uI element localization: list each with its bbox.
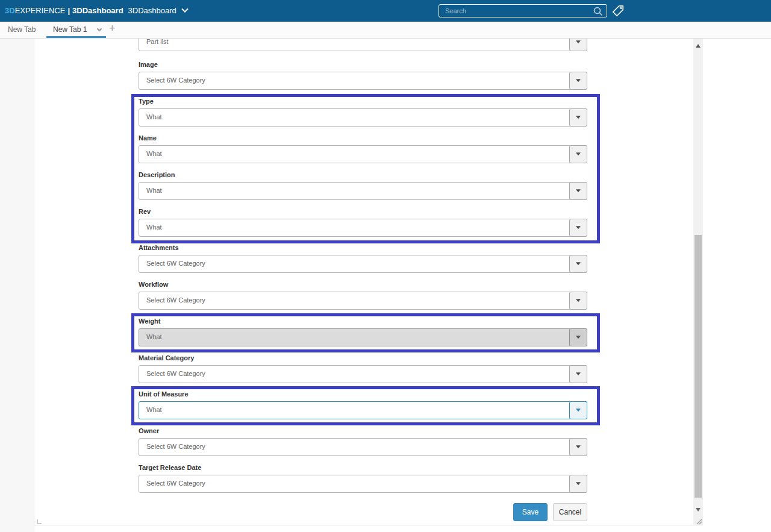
dropdown-arrow-button-target-release-date[interactable] bbox=[569, 475, 587, 493]
dropdown-arrow-button-description[interactable] bbox=[569, 182, 587, 200]
dropdown-target-release-date[interactable]: Select 6W Category bbox=[139, 475, 587, 493]
tab-new-tab[interactable]: New Tab bbox=[8, 22, 36, 38]
left-rail bbox=[0, 39, 34, 532]
field-label-owner: Owner bbox=[139, 427, 587, 435]
caret-down-icon bbox=[576, 40, 581, 46]
vertical-scrollbar[interactable] bbox=[693, 39, 703, 525]
brand-divider: | bbox=[65, 6, 72, 15]
caret-down-icon bbox=[576, 408, 581, 414]
active-tab-underline bbox=[46, 36, 106, 38]
field-label-rev: Rev bbox=[139, 208, 587, 216]
dropdown-image[interactable]: Select 6W Category bbox=[139, 72, 587, 90]
tag-icon[interactable] bbox=[611, 4, 625, 17]
save-button[interactable]: Save bbox=[513, 503, 548, 521]
dropdown-owner[interactable]: Select 6W Category bbox=[139, 438, 587, 456]
field-label-image: Image bbox=[139, 61, 587, 69]
caret-down-icon bbox=[576, 116, 581, 121]
caret-down-icon bbox=[576, 152, 581, 158]
dropdown-material-category[interactable]: Select 6W Category bbox=[139, 365, 587, 383]
tab-label: New Tab 1 bbox=[53, 22, 87, 38]
dropdown-weight[interactable]: What bbox=[139, 328, 587, 346]
field-label-attachments: Attachments bbox=[139, 244, 587, 252]
scroll-down-arrow-icon[interactable] bbox=[696, 508, 701, 514]
dropdown-part-list[interactable]: Part list bbox=[139, 39, 587, 51]
resize-grip-icon[interactable] bbox=[696, 518, 702, 525]
dropdown-value-weight: What bbox=[146, 329, 162, 345]
dropdown-type[interactable]: What bbox=[139, 108, 587, 127]
dropdown-arrow-button-image[interactable] bbox=[569, 72, 587, 90]
top-bar: 3DEXPERIENCE|3DDashboard3DDashboard bbox=[0, 0, 771, 22]
tab-bar: New Tab New Tab 1 + bbox=[0, 22, 771, 39]
search-icon[interactable] bbox=[593, 6, 604, 17]
dropdown-attachments[interactable]: Select 6W Category bbox=[139, 255, 587, 273]
field-label-name: Name bbox=[139, 134, 587, 142]
dropdown-arrow-button-material-category[interactable] bbox=[569, 365, 587, 383]
chevron-down-icon[interactable] bbox=[181, 6, 188, 13]
dropdown-arrow-button-workflow[interactable] bbox=[569, 292, 587, 310]
scroll-up-arrow-icon[interactable] bbox=[696, 42, 701, 48]
dropdown-value-name: What bbox=[146, 146, 162, 162]
caret-down-icon bbox=[576, 189, 581, 195]
dropdown-workflow[interactable]: Select 6W Category bbox=[139, 292, 587, 310]
dropdown-value-owner: Select 6W Category bbox=[146, 439, 205, 455]
dropdown-value-workflow: Select 6W Category bbox=[146, 292, 205, 308]
dropdown-value-description: What bbox=[146, 183, 162, 199]
dropdown-value-part-list: Part list bbox=[146, 39, 169, 50]
app-name: 3DDashboard bbox=[72, 6, 123, 15]
dropdown-value-rev: What bbox=[146, 219, 162, 236]
caret-down-icon bbox=[576, 299, 581, 304]
dropdown-description[interactable]: What bbox=[139, 182, 587, 200]
dropdown-value-target-release-date: Select 6W Category bbox=[146, 475, 205, 492]
field-label-unit-of-measure: Unit of Measure bbox=[139, 390, 587, 398]
dropdown-arrow-button-rev[interactable] bbox=[569, 219, 587, 237]
dropdown-arrow-button-name[interactable] bbox=[569, 145, 587, 163]
brand-3d: 3D bbox=[5, 6, 15, 15]
caret-down-icon bbox=[576, 445, 581, 451]
dropdown-arrow-button-type[interactable] bbox=[569, 108, 587, 127]
caret-down-icon bbox=[576, 372, 581, 378]
dropdown-value-attachments: Select 6W Category bbox=[146, 255, 205, 272]
dashboard-name[interactable]: 3DDashboard bbox=[128, 6, 176, 15]
field-label-type: Type bbox=[139, 98, 587, 105]
dropdown-arrow-button-part-list[interactable] bbox=[569, 39, 587, 51]
dropdown-name[interactable]: What bbox=[139, 145, 587, 163]
dropdown-rev[interactable]: What bbox=[139, 219, 587, 237]
field-label-material-category: Material Category bbox=[139, 354, 587, 362]
caret-down-icon bbox=[576, 336, 581, 341]
add-tab-button[interactable]: + bbox=[109, 22, 116, 35]
dropdown-arrow-button-unit-of-measure[interactable] bbox=[569, 401, 587, 419]
tab-new-tab-1[interactable]: New Tab 1 bbox=[46, 22, 106, 38]
field-label-workflow: Workflow bbox=[139, 281, 587, 289]
brand: 3DEXPERIENCE|3DDashboard3DDashboard bbox=[5, 6, 187, 15]
field-label-description: Description bbox=[139, 171, 587, 179]
dropdown-arrow-button-attachments[interactable] bbox=[569, 255, 587, 273]
dropdown-arrow-button-weight[interactable] bbox=[569, 328, 587, 346]
caret-down-icon bbox=[576, 482, 581, 487]
resize-grip-bottom-left[interactable] bbox=[37, 519, 42, 524]
dropdown-arrow-button-owner[interactable] bbox=[569, 438, 587, 456]
dropdown-value-unit-of-measure: What bbox=[146, 402, 162, 418]
caret-down-icon bbox=[576, 79, 581, 84]
field-label-weight: Weight bbox=[139, 318, 587, 325]
caret-down-icon bbox=[576, 226, 581, 231]
scrollbar-thumb[interactable] bbox=[695, 235, 702, 498]
widget-panel: Part listImageSelect 6W CategoryTypeWhat… bbox=[34, 39, 703, 525]
dropdown-unit-of-measure[interactable]: What bbox=[139, 401, 587, 419]
search-box bbox=[439, 4, 607, 17]
search-input[interactable] bbox=[439, 5, 607, 17]
brand-experience: EXPERIENCE bbox=[15, 6, 66, 15]
field-label-target-release-date: Target Release Date bbox=[139, 464, 587, 472]
dropdown-value-material-category: Select 6W Category bbox=[146, 366, 205, 382]
dropdown-value-type: What bbox=[146, 109, 162, 125]
dropdown-value-image: Select 6W Category bbox=[146, 72, 205, 89]
cancel-button[interactable]: Cancel bbox=[553, 503, 587, 521]
caret-down-icon bbox=[576, 262, 581, 268]
tab-chevron-down-icon[interactable] bbox=[97, 27, 102, 31]
